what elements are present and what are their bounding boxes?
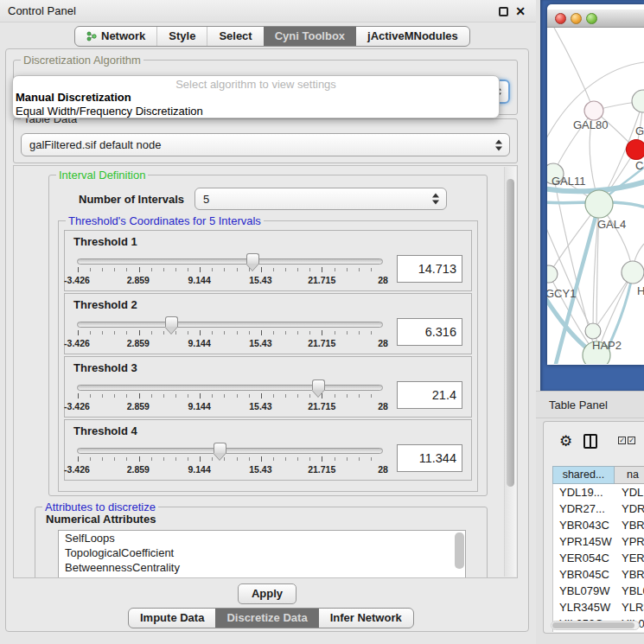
threshold-coordinates-label: Threshold's Coordinates for 5 Intervals — [66, 214, 264, 227]
algorithm-option-equal-width[interactable]: Equal Width/Frequency Discretization — [13, 105, 499, 118]
network-view-desktop: GAL80 GA C GAL11 GAL4 GCY1 H HAP2 — [540, 0, 644, 391]
attribute-items: SelfLoopsTopologicalCoefficientBetweenne… — [59, 531, 465, 575]
tab-network[interactable]: Network — [75, 27, 156, 46]
algorithm-option-manual[interactable]: Manual Discretization — [13, 91, 499, 105]
table-scrollbar-thumb[interactable] — [552, 622, 634, 628]
algorithm-placeholder: Select algorithm to view settings — [13, 78, 499, 91]
slider-thumb[interactable] — [246, 253, 259, 264]
table-row[interactable]: YDR27... YDR2 — [553, 501, 644, 517]
settings-scrollbar-thumb[interactable] — [507, 179, 514, 487]
control-panel-titlebar: Control Panel ✕ — [0, 0, 536, 22]
column-header-name[interactable]: na — [615, 466, 644, 484]
threshold-3-value-field[interactable]: 21.4 — [397, 381, 462, 409]
split-columns-icon[interactable] — [583, 434, 597, 449]
cell-name: YBL0 — [615, 583, 644, 599]
table-row[interactable]: YPR145W YPR1 — [553, 533, 644, 550]
tab-infer-network[interactable]: Infer Network — [319, 609, 413, 628]
network-node-gal4[interactable] — [585, 190, 613, 218]
threshold-3-label: Threshold 3 — [65, 357, 471, 374]
table-data-selected: galFiltered.sif default node — [29, 134, 161, 156]
tick-labels: -3.4262.8599.14415.4321.71528 — [77, 401, 383, 413]
number-of-intervals-combo[interactable]: 5 — [194, 188, 447, 210]
table-row[interactable]: YBR045C YBR0 — [553, 566, 644, 583]
window-minimize-button[interactable] — [571, 13, 582, 24]
tab-jactivemnodules-label: jActiveMNodules — [367, 27, 458, 46]
apply-button[interactable]: Apply — [238, 583, 296, 604]
cell-name: YBR0 — [615, 517, 644, 533]
checkbox-icon: ✓ — [628, 437, 635, 444]
threshold-2-slider[interactable]: -3.4262.8599.14415.4321.71528 — [77, 316, 383, 354]
network-node-hap2[interactable] — [585, 323, 601, 339]
table-data-combo[interactable]: galFiltered.sif default node — [21, 133, 510, 156]
node-label-partial-mid: C — [635, 159, 643, 172]
attribute-list-item[interactable]: SelfLoops — [59, 531, 465, 545]
attribute-list-item[interactable]: BetweennessCentrality — [59, 560, 465, 575]
threshold-4-label: Threshold 4 — [65, 420, 471, 437]
tick-label: 9.144 — [188, 275, 210, 285]
attributes-group: Attributes to discretize Numerical Attri… — [35, 507, 488, 578]
threshold-1-value-field[interactable]: 14.713 — [397, 255, 462, 283]
slider-thumb[interactable] — [214, 443, 226, 453]
control-panel: Control Panel ✕ Network Style Select Cyn… — [0, 0, 536, 644]
cell-name: YER0 — [615, 550, 644, 566]
slider-track[interactable] — [77, 385, 383, 391]
threshold-2-label: Threshold 2 — [65, 294, 471, 311]
tab-jactivemnodules[interactable]: jActiveMNodules — [356, 27, 469, 46]
tab-cyni-toolbox[interactable]: Cyni Toolbox — [264, 27, 356, 46]
tab-discretize-data[interactable]: Discretize Data — [215, 609, 318, 628]
slider-major-ticks — [78, 330, 383, 335]
network-node-gal80[interactable] — [584, 101, 603, 120]
slider-thumb[interactable] — [165, 316, 178, 327]
network-node[interactable] — [632, 90, 644, 112]
tick-label: 2.859 — [127, 464, 150, 475]
table-panel-body: ⚙ ✓ ✓ shared... na YDL19... YDL1 — [543, 421, 644, 634]
slider-track[interactable] — [77, 258, 383, 265]
network-node-h[interactable] — [622, 261, 644, 284]
table-row[interactable]: YDL19... YDL1 — [553, 484, 644, 501]
combo-arrows-icon — [432, 194, 440, 205]
slider-track[interactable] — [77, 322, 383, 328]
close-icon[interactable]: ✕ — [515, 0, 526, 22]
gear-icon[interactable]: ⚙ — [559, 430, 572, 453]
threshold-1-slider[interactable]: -3.4262.8599.14415.4321.71528 — [77, 253, 383, 291]
slider-thumb[interactable] — [312, 379, 325, 390]
window-zoom-button[interactable] — [586, 13, 597, 24]
tick-label: 28 — [378, 275, 388, 285]
network-node-gcy1[interactable] — [547, 265, 558, 283]
threshold-2-value-field[interactable]: 6.316 — [397, 318, 462, 346]
table-row[interactable]: YBR043C YBR0 — [553, 517, 644, 533]
table-row[interactable]: YLR345W YLR3 — [553, 599, 644, 615]
threshold-4-value-field[interactable]: 11.344 — [397, 444, 462, 472]
attribute-list-item[interactable]: TopologicalCoefficient — [59, 545, 465, 560]
threshold-3-slider[interactable]: -3.4262.8599.14415.4321.71528 — [77, 379, 383, 418]
list-scrollbar[interactable] — [455, 532, 464, 569]
network-canvas[interactable]: GAL80 GA C GAL11 GAL4 GCY1 H HAP2 — [547, 28, 644, 364]
tick-label: 2.859 — [127, 401, 150, 411]
float-panel-icon[interactable] — [499, 7, 508, 16]
table-row[interactable]: YER054C YER0 — [553, 550, 644, 566]
algorithm-settings-panel: Interval Definition Number of Intervals … — [13, 165, 518, 578]
node-label-partial-top: GA — [635, 124, 644, 137]
tab-style[interactable]: Style — [156, 27, 207, 46]
tick-label: 9.144 — [188, 401, 210, 411]
slider-major-ticks — [78, 393, 383, 399]
network-window-titlebar — [547, 10, 644, 28]
table-row[interactable]: YBL079W YBL0 — [553, 583, 644, 599]
algorithm-dropdown-popup: Select algorithm to view settings Manual… — [12, 75, 500, 118]
settings-scrollbar[interactable] — [504, 167, 516, 577]
column-header-shared-name[interactable]: shared... — [552, 466, 615, 484]
table-horizontal-scrollbar[interactable] — [551, 621, 640, 630]
tick-label: 21.715 — [308, 401, 335, 411]
slider-track[interactable] — [77, 448, 383, 454]
table-rows: YDL19... YDL1 YDR27... YDR2 YBR043C YBR0 — [552, 484, 644, 632]
panel-title: Control Panel — [8, 0, 76, 22]
window-close-button[interactable] — [555, 13, 566, 24]
tab-select[interactable]: Select — [207, 27, 263, 46]
tick-label: 9.144 — [188, 338, 210, 348]
network-node-selected-red[interactable] — [627, 140, 644, 160]
table-panel-toolbar: ⚙ ✓ ✓ — [544, 429, 644, 455]
discretization-algorithm-group-label: Discretization Algorithm — [21, 54, 143, 67]
threshold-4-slider[interactable]: -3.4262.8599.14415.4321.71528 — [77, 443, 383, 481]
select-columns-icon[interactable]: ✓ ✓ — [618, 437, 635, 444]
tab-impute-data[interactable]: Impute Data — [129, 609, 215, 628]
